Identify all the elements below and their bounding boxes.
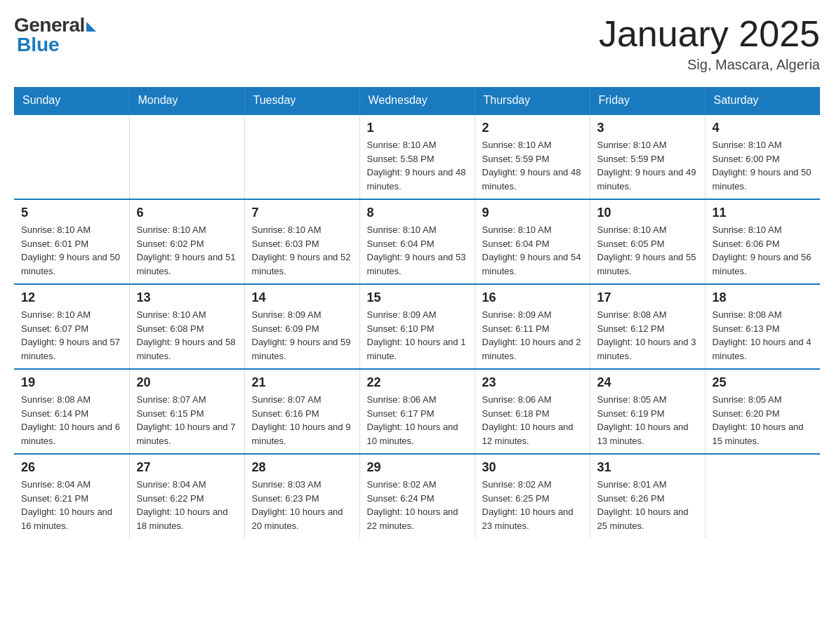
day-number: 31 [597, 460, 698, 475]
calendar-cell: 31Sunrise: 8:01 AM Sunset: 6:26 PM Dayli… [590, 454, 705, 538]
logo: General Blue [14, 14, 96, 56]
day-info: Sunrise: 8:07 AM Sunset: 6:16 PM Dayligh… [252, 393, 352, 448]
day-number: 27 [137, 460, 237, 475]
calendar-cell: 12Sunrise: 8:10 AM Sunset: 6:07 PM Dayli… [14, 284, 129, 369]
day-info: Sunrise: 8:10 AM Sunset: 6:07 PM Dayligh… [21, 308, 122, 363]
day-number: 22 [367, 375, 468, 390]
day-number: 11 [713, 206, 814, 220]
calendar-week-row: 5Sunrise: 8:10 AM Sunset: 6:01 PM Daylig… [14, 199, 820, 284]
calendar-subtitle: Sig, Mascara, Algeria [599, 57, 820, 73]
calendar-cell: 2Sunrise: 8:10 AM Sunset: 5:59 PM Daylig… [475, 114, 590, 199]
day-info: Sunrise: 8:04 AM Sunset: 6:22 PM Dayligh… [137, 478, 237, 532]
day-info: Sunrise: 8:09 AM Sunset: 6:09 PM Dayligh… [252, 308, 352, 363]
day-info: Sunrise: 8:07 AM Sunset: 6:15 PM Dayligh… [137, 393, 237, 448]
calendar-cell: 13Sunrise: 8:10 AM Sunset: 6:08 PM Dayli… [129, 284, 244, 369]
calendar-cell: 3Sunrise: 8:10 AM Sunset: 5:59 PM Daylig… [590, 114, 705, 199]
day-info: Sunrise: 8:10 AM Sunset: 6:06 PM Dayligh… [713, 223, 814, 278]
calendar-cell: 19Sunrise: 8:08 AM Sunset: 6:14 PM Dayli… [14, 369, 129, 454]
day-info: Sunrise: 8:10 AM Sunset: 5:59 PM Dayligh… [597, 138, 698, 193]
page-header: General Blue January 2025 Sig, Mascara, … [14, 14, 820, 73]
day-number: 30 [482, 460, 583, 475]
logo-triangle-icon [86, 22, 96, 32]
calendar-cell: 11Sunrise: 8:10 AM Sunset: 6:06 PM Dayli… [705, 199, 820, 284]
day-number: 14 [252, 290, 352, 305]
calendar-header-row: SundayMondayTuesdayWednesdayThursdayFrid… [14, 87, 820, 114]
day-info: Sunrise: 8:05 AM Sunset: 6:20 PM Dayligh… [713, 393, 814, 448]
day-info: Sunrise: 8:08 AM Sunset: 6:12 PM Dayligh… [597, 308, 698, 363]
calendar-cell: 6Sunrise: 8:10 AM Sunset: 6:02 PM Daylig… [129, 199, 244, 284]
day-number: 3 [597, 121, 698, 135]
day-number: 9 [482, 206, 583, 220]
day-info: Sunrise: 8:06 AM Sunset: 6:18 PM Dayligh… [482, 393, 583, 448]
calendar-cell: 7Sunrise: 8:10 AM Sunset: 6:03 PM Daylig… [244, 199, 359, 284]
calendar-cell: 30Sunrise: 8:02 AM Sunset: 6:25 PM Dayli… [475, 454, 590, 538]
day-info: Sunrise: 8:09 AM Sunset: 6:11 PM Dayligh… [482, 308, 583, 363]
day-number: 18 [713, 290, 814, 305]
day-number: 29 [367, 460, 468, 475]
day-info: Sunrise: 8:10 AM Sunset: 5:59 PM Dayligh… [482, 138, 583, 193]
calendar-day-header: Wednesday [359, 87, 475, 114]
day-info: Sunrise: 8:03 AM Sunset: 6:23 PM Dayligh… [252, 478, 352, 532]
calendar-cell: 20Sunrise: 8:07 AM Sunset: 6:15 PM Dayli… [129, 369, 244, 454]
day-number: 6 [137, 206, 237, 220]
calendar-week-row: 26Sunrise: 8:04 AM Sunset: 6:21 PM Dayli… [14, 454, 820, 538]
calendar-cell: 15Sunrise: 8:09 AM Sunset: 6:10 PM Dayli… [359, 284, 475, 369]
calendar-title: January 2025 [599, 14, 820, 54]
day-info: Sunrise: 8:06 AM Sunset: 6:17 PM Dayligh… [367, 393, 468, 448]
day-number: 24 [597, 375, 698, 390]
calendar-day-header: Friday [590, 87, 705, 114]
calendar-cell: 4Sunrise: 8:10 AM Sunset: 6:00 PM Daylig… [705, 114, 820, 199]
day-number: 15 [367, 290, 468, 305]
day-info: Sunrise: 8:02 AM Sunset: 6:24 PM Dayligh… [367, 478, 468, 532]
day-info: Sunrise: 8:10 AM Sunset: 6:04 PM Dayligh… [367, 223, 468, 278]
day-number: 5 [21, 206, 122, 220]
day-number: 12 [21, 290, 122, 305]
calendar-week-row: 19Sunrise: 8:08 AM Sunset: 6:14 PM Dayli… [14, 369, 820, 454]
calendar-week-row: 12Sunrise: 8:10 AM Sunset: 6:07 PM Dayli… [14, 284, 820, 369]
calendar-cell: 24Sunrise: 8:05 AM Sunset: 6:19 PM Dayli… [590, 369, 705, 454]
day-info: Sunrise: 8:10 AM Sunset: 6:01 PM Dayligh… [21, 223, 122, 278]
calendar-cell: 1Sunrise: 8:10 AM Sunset: 5:58 PM Daylig… [359, 114, 475, 199]
day-number: 2 [482, 121, 583, 135]
calendar-cell [14, 114, 129, 199]
day-number: 8 [367, 206, 468, 220]
day-info: Sunrise: 8:04 AM Sunset: 6:21 PM Dayligh… [21, 478, 122, 532]
day-info: Sunrise: 8:08 AM Sunset: 6:14 PM Dayligh… [21, 393, 122, 448]
calendar-cell: 16Sunrise: 8:09 AM Sunset: 6:11 PM Dayli… [475, 284, 590, 369]
calendar-day-header: Monday [129, 87, 244, 114]
day-info: Sunrise: 8:08 AM Sunset: 6:13 PM Dayligh… [713, 308, 814, 363]
day-number: 10 [597, 206, 698, 220]
calendar-week-row: 1Sunrise: 8:10 AM Sunset: 5:58 PM Daylig… [14, 114, 820, 199]
day-number: 1 [367, 121, 468, 135]
day-info: Sunrise: 8:10 AM Sunset: 6:02 PM Dayligh… [137, 223, 237, 278]
calendar-cell: 18Sunrise: 8:08 AM Sunset: 6:13 PM Dayli… [705, 284, 820, 369]
logo-blue-text: Blue [17, 34, 60, 56]
calendar-cell: 5Sunrise: 8:10 AM Sunset: 6:01 PM Daylig… [14, 199, 129, 284]
calendar-cell [705, 454, 820, 538]
calendar-day-header: Tuesday [244, 87, 359, 114]
day-info: Sunrise: 8:10 AM Sunset: 6:04 PM Dayligh… [482, 223, 583, 278]
day-info: Sunrise: 8:10 AM Sunset: 5:58 PM Dayligh… [367, 138, 468, 193]
title-section: January 2025 Sig, Mascara, Algeria [599, 14, 820, 73]
calendar-cell: 27Sunrise: 8:04 AM Sunset: 6:22 PM Dayli… [129, 454, 244, 538]
calendar-cell [244, 114, 359, 199]
calendar-cell: 26Sunrise: 8:04 AM Sunset: 6:21 PM Dayli… [14, 454, 129, 538]
day-info: Sunrise: 8:10 AM Sunset: 6:00 PM Dayligh… [713, 138, 814, 193]
day-number: 28 [252, 460, 352, 475]
day-number: 25 [713, 375, 814, 390]
calendar-table: SundayMondayTuesdayWednesdayThursdayFrid… [14, 87, 820, 538]
day-number: 13 [137, 290, 237, 305]
calendar-cell: 22Sunrise: 8:06 AM Sunset: 6:17 PM Dayli… [359, 369, 475, 454]
day-number: 16 [482, 290, 583, 305]
calendar-cell: 17Sunrise: 8:08 AM Sunset: 6:12 PM Dayli… [590, 284, 705, 369]
day-number: 7 [252, 206, 352, 220]
calendar-cell: 9Sunrise: 8:10 AM Sunset: 6:04 PM Daylig… [475, 199, 590, 284]
day-info: Sunrise: 8:01 AM Sunset: 6:26 PM Dayligh… [597, 478, 698, 532]
day-info: Sunrise: 8:02 AM Sunset: 6:25 PM Dayligh… [482, 478, 583, 532]
calendar-day-header: Sunday [14, 87, 129, 114]
day-number: 17 [597, 290, 698, 305]
calendar-cell: 10Sunrise: 8:10 AM Sunset: 6:05 PM Dayli… [590, 199, 705, 284]
day-info: Sunrise: 8:09 AM Sunset: 6:10 PM Dayligh… [367, 308, 468, 363]
calendar-day-header: Saturday [705, 87, 820, 114]
calendar-cell: 8Sunrise: 8:10 AM Sunset: 6:04 PM Daylig… [359, 199, 475, 284]
